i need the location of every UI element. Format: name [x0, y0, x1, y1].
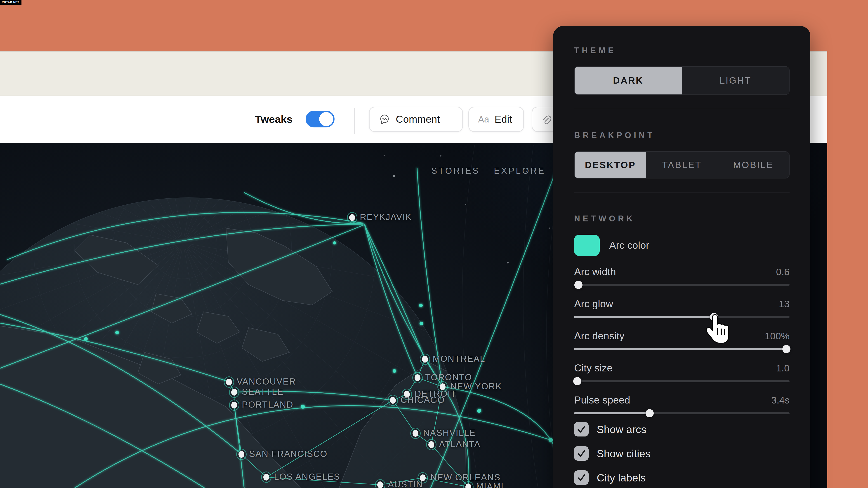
segment-mobile[interactable]: MOBILE — [718, 152, 789, 178]
slider-thumb-city-size[interactable] — [573, 377, 581, 385]
checkbox-row-city-labels: City labels — [574, 470, 646, 485]
city-dot — [390, 397, 396, 404]
city-label: ATLANTA — [439, 439, 480, 449]
breakpoint-heading: BREAKPOINT — [574, 131, 789, 140]
city-dot — [239, 451, 244, 458]
comment-icon — [379, 113, 391, 125]
checkmark-icon — [577, 449, 586, 458]
city-label: NEW YORK — [450, 381, 502, 391]
slider-label-arc-density: Arc density — [574, 330, 625, 342]
city-label: CHICAGO — [401, 395, 445, 405]
slider-label-city-size: City size — [574, 362, 613, 375]
city-dot — [428, 441, 434, 448]
city-dot — [231, 402, 237, 409]
segment-dark[interactable]: DARK — [575, 67, 682, 94]
checkbox-show-cities[interactable] — [574, 446, 589, 461]
city-dot — [465, 484, 471, 488]
watermark-badge: RUTAB.NET — [0, 0, 22, 5]
checkbox-city-labels[interactable] — [574, 470, 589, 485]
nav-explore[interactable]: EXPLORE — [494, 166, 546, 176]
comment-button[interactable]: Comment — [369, 107, 463, 132]
slider-track-arc-density[interactable] — [574, 348, 789, 350]
slider-value-pulse-speed: 3.4s — [771, 394, 789, 406]
city-dot — [377, 482, 383, 488]
checkmark-icon — [577, 473, 586, 483]
slider-label-arc-width: Arc width — [574, 265, 616, 278]
checkbox-label-city-labels: City labels — [597, 471, 646, 484]
checkbox-label-show-cities: Show cities — [597, 447, 651, 460]
comment-button-label: Comment — [396, 113, 440, 125]
nav-stories[interactable]: STORIES — [431, 166, 480, 176]
city-label: VANCOUVER — [237, 377, 296, 387]
arc-color-swatch[interactable] — [574, 235, 600, 256]
breakpoint-segmented-control: DESKTOPTABLETMOBILE — [574, 151, 789, 178]
segment-desktop[interactable]: DESKTOP — [575, 152, 646, 178]
checkbox-row-show-cities: Show cities — [574, 446, 651, 461]
slider-fill — [574, 412, 650, 414]
slider-fill — [574, 348, 786, 350]
slider-value-arc-glow: 13 — [779, 297, 789, 310]
tweaks-settings-panel: THEME DARKLIGHT BREAKPOINT DESKTOPTABLET… — [553, 26, 810, 488]
city-label: TORONTO — [425, 372, 472, 382]
slider-track-arc-glow[interactable] — [574, 316, 789, 318]
checkbox-show-arcs[interactable] — [574, 422, 589, 436]
city-label: SAN FRANCISCO — [249, 449, 328, 459]
checkmark-icon — [577, 424, 586, 434]
segment-tablet[interactable]: TABLET — [646, 152, 717, 178]
theme-heading: THEME — [574, 46, 789, 55]
segment-light[interactable]: LIGHT — [682, 67, 789, 94]
theme-segmented-control: DARKLIGHT — [574, 66, 789, 95]
city-label: NASHVILLE — [423, 428, 476, 438]
city-label: MONTREAL — [433, 354, 485, 364]
city-dot — [231, 389, 237, 396]
slider-track-city-size[interactable] — [574, 380, 789, 382]
slider-thumb-arc-width[interactable] — [575, 281, 583, 289]
space-lines — [462, 144, 561, 488]
city-label: REYKJAVIK — [360, 212, 412, 222]
slider-thumb-pulse-speed[interactable] — [646, 409, 654, 417]
edit-button[interactable]: Aa Edit — [468, 107, 524, 132]
text-style-icon: Aa — [478, 114, 489, 125]
arc-color-label: Arc color — [609, 239, 649, 252]
tweaks-toggle[interactable] — [306, 111, 335, 127]
checkbox-label-show-arcs: Show arcs — [597, 423, 646, 435]
edit-button-label: Edit — [495, 113, 512, 125]
city-dot — [412, 430, 418, 437]
city-label: MIAMI — [476, 482, 504, 488]
slider-label-pulse-speed: Pulse speed — [574, 394, 630, 406]
checkbox-row-show-arcs: Show arcs — [574, 422, 646, 436]
panel-divider — [574, 192, 789, 193]
city-dot — [414, 375, 421, 381]
panel-divider — [574, 109, 789, 109]
city-label: AUSTIN — [388, 480, 423, 488]
city-label: LOS ANGELES — [274, 472, 340, 482]
city-label: SEATTLE — [242, 387, 284, 397]
city-dot — [226, 379, 232, 385]
slider-track-pulse-speed[interactable] — [574, 412, 789, 414]
slider-thumb-arc-density[interactable] — [782, 345, 790, 353]
slider-track-arc-width[interactable] — [574, 284, 789, 286]
tweaks-label: Tweaks — [255, 113, 292, 125]
slider-thumb-arc-glow[interactable] — [710, 313, 718, 321]
toolbar-divider — [354, 108, 355, 134]
city-dot — [422, 356, 428, 363]
slider-value-arc-width: 0.6 — [776, 265, 789, 278]
city-label: NEW ORLEANS — [430, 473, 500, 482]
city-label: PORTLAND — [242, 400, 293, 410]
slider-label-arc-glow: Arc glow — [574, 297, 613, 310]
paperclip-icon — [541, 113, 552, 125]
city-dot — [264, 474, 269, 481]
city-dot — [349, 214, 355, 221]
slider-fill — [574, 316, 714, 318]
slider-value-city-size: 1.0 — [776, 362, 789, 375]
toggle-knob — [319, 112, 333, 126]
network-heading: NETWORK — [574, 214, 789, 223]
slider-value-arc-density: 100% — [765, 330, 789, 342]
